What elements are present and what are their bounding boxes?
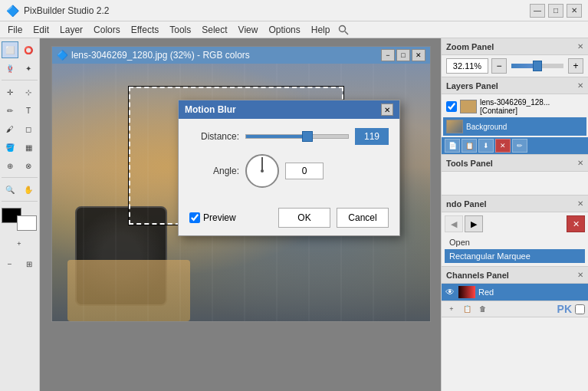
canvas-maximize-btn[interactable]: □	[396, 49, 410, 61]
distance-value[interactable]: 119	[355, 128, 389, 145]
ch-dup-btn[interactable]: 📋	[460, 303, 474, 315]
layer-down-btn[interactable]: ⬇	[478, 139, 494, 153]
tools-panel-close[interactable]: ✕	[577, 159, 583, 167]
canvas-close-btn[interactable]: ✕	[412, 49, 425, 61]
layer-item-background[interactable]: Background	[443, 117, 586, 136]
ch-add-btn[interactable]: +	[445, 303, 458, 315]
undo-panel-close[interactable]: ✕	[577, 199, 583, 208]
distance-slider-track[interactable]	[245, 134, 349, 139]
undo-panel-title: ndo Panel	[446, 199, 487, 209]
tool-marquee-rect[interactable]: ⬜	[2, 41, 18, 58]
menu-colors[interactable]: Colors	[89, 23, 125, 37]
maximize-button[interactable]: □	[548, 4, 563, 18]
tool-brush[interactable]: 🖌	[2, 120, 18, 137]
tool-marquee-ellipse[interactable]: ⭕	[20, 41, 37, 58]
dialog-title: Motion Blur	[185, 104, 236, 115]
minus-btn[interactable]: −	[2, 255, 18, 272]
tool-zoom[interactable]: 🔍	[2, 181, 18, 198]
tool-text[interactable]: T	[20, 102, 37, 119]
dialog-bottom: Preview OK Cancel	[179, 203, 399, 235]
ok-button[interactable]: OK	[278, 208, 330, 228]
tool-crop[interactable]: ⊹	[20, 84, 37, 100]
close-button[interactable]: ✕	[567, 4, 582, 18]
menu-tools[interactable]: Tools	[165, 23, 195, 37]
menu-select[interactable]: Select	[197, 23, 232, 37]
menu-view[interactable]: View	[234, 23, 263, 37]
canvas-area: 🔷 lens-3046269_1280.jpg (32%) - RGB colo…	[40, 38, 441, 391]
search-icon[interactable]	[336, 22, 351, 38]
zoom-slider[interactable]	[511, 64, 563, 68]
tool-lasso[interactable]: 🪢	[2, 60, 18, 77]
menu-bar: File Edit Layer Colors Effects Tools Sel…	[0, 21, 588, 38]
app-icon: 🔷	[6, 5, 19, 17]
channel-check[interactable]	[575, 304, 585, 314]
menu-layer[interactable]: Layer	[55, 23, 87, 37]
cancel-button[interactable]: Cancel	[337, 208, 389, 228]
menu-file[interactable]: File	[3, 23, 27, 37]
distance-slider-fill	[246, 135, 307, 138]
tool-pencil[interactable]: ✏	[2, 102, 18, 119]
option-btn[interactable]: ⊞	[21, 255, 38, 272]
layer-copy-btn[interactable]: 📋	[462, 139, 477, 153]
zoom-panel-close[interactable]: ✕	[577, 42, 583, 51]
distance-slider-thumb[interactable]	[302, 131, 313, 142]
layer-edit-btn[interactable]: ✏	[512, 139, 527, 153]
svg-point-0	[340, 25, 346, 31]
layer-thumb-background	[446, 120, 463, 133]
undo-item-open[interactable]: Open	[445, 235, 585, 249]
zoom-content: − +	[442, 55, 588, 77]
minimize-button[interactable]: —	[530, 4, 545, 18]
layers-panel-header: Layers Panel ✕	[442, 77, 588, 94]
pk-badge: PK	[557, 303, 572, 315]
distance-slider-container	[245, 129, 349, 144]
menu-edit[interactable]: Edit	[28, 23, 54, 37]
tool-heal[interactable]: ⊗	[20, 157, 37, 174]
layers-panel-close[interactable]: ✕	[577, 81, 583, 90]
angle-dial[interactable]	[245, 154, 279, 188]
angle-input[interactable]	[285, 163, 324, 179]
tool-clone[interactable]: ⊕	[2, 157, 18, 174]
dialog-buttons: OK Cancel	[278, 208, 389, 228]
layer-checkbox-container[interactable]	[446, 101, 457, 112]
undo-item-marquee[interactable]: Rectangular Marquee	[445, 249, 585, 263]
tool-move[interactable]: ✛	[2, 84, 18, 100]
channels-panel-close[interactable]: ✕	[577, 271, 583, 279]
zoom-minus-btn[interactable]: −	[491, 58, 507, 74]
background-color[interactable]	[17, 215, 37, 231]
tool-eraser[interactable]: ◻	[20, 120, 37, 137]
main-layout: ⬜ ⭕ 🪢 ✦ ✛ ⊹ ✏ T 🖌 ◻ 🪣 ▦ ⊕ ⊗ 🔍	[0, 38, 588, 391]
undo-forward-btn[interactable]: ▶	[465, 215, 483, 232]
tool-hand[interactable]: ✋	[20, 181, 37, 198]
right-panel: Zoom Panel ✕ − + Layers Panel ✕	[441, 38, 588, 391]
undo-back-btn[interactable]: ◀	[445, 215, 463, 232]
channel-name-red: Red	[478, 288, 494, 297]
preview-checkbox[interactable]	[189, 212, 200, 223]
layer-item-container[interactable]: lens-3046269_128... [Container]	[443, 96, 586, 117]
tool-fill[interactable]: 🪣	[2, 139, 18, 156]
undo-delete-btn[interactable]: ✕	[567, 215, 585, 232]
menu-help[interactable]: Help	[307, 23, 335, 37]
menu-options[interactable]: Options	[264, 23, 304, 37]
zoom-input[interactable]	[446, 58, 488, 74]
layer-delete-btn[interactable]: ✕	[495, 139, 511, 153]
layers-content: lens-3046269_128... [Container] Backgrou…	[442, 94, 588, 137]
tool-magic-wand[interactable]: ✦	[20, 60, 37, 77]
zoom-plus-btn[interactable]: +	[568, 58, 583, 74]
layers-panel: Layers Panel ✕ lens-3046269_128... [Cont…	[442, 77, 588, 155]
channels-panel-header: Channels Panel ✕	[442, 267, 588, 284]
channels-bottom: + 📋 🗑 PK	[442, 301, 588, 317]
zoom-slider-thumb[interactable]	[533, 61, 542, 71]
channel-red[interactable]: 👁 Red	[442, 284, 588, 301]
layer-sublabel-container: [Container]	[480, 107, 583, 115]
app-title: PixBuilder Studio 2.2	[24, 5, 109, 16]
add-layer-btn[interactable]: +	[2, 235, 37, 252]
layer-new-btn[interactable]: 📄	[445, 139, 460, 153]
menu-effects[interactable]: Effects	[126, 23, 163, 37]
canvas-minimize-btn[interactable]: −	[381, 49, 395, 61]
layer-name-background: Background	[466, 123, 583, 131]
preview-checkbox-area: Preview	[189, 212, 236, 223]
dialog-close-btn[interactable]: ✕	[381, 104, 393, 116]
tools-panel-header: Tools Panel ✕	[442, 155, 588, 172]
tool-gradient[interactable]: ▦	[20, 139, 37, 156]
ch-del-btn[interactable]: 🗑	[475, 303, 489, 315]
